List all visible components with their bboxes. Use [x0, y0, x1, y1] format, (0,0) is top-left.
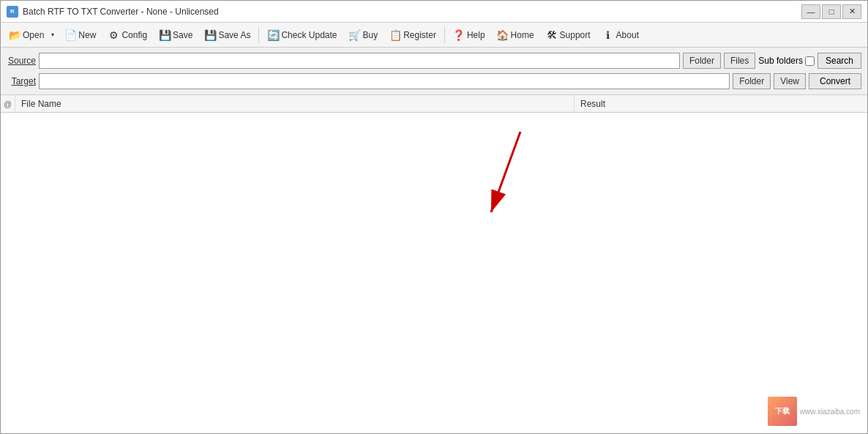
home-icon: 🏠	[497, 29, 509, 41]
open-dropdown-button[interactable]: ▾	[48, 25, 58, 45]
help-icon: ❓	[453, 29, 465, 41]
save-label: Save	[173, 30, 192, 40]
open-icon: 📂	[9, 29, 20, 41]
new-button[interactable]: 📄 New	[59, 25, 101, 45]
minimize-button[interactable]: —	[801, 4, 820, 19]
main-window: R Batch RTF TO TXT Converter - None - Un…	[0, 0, 868, 434]
form-area: Source Folder Files Sub folders Search T…	[1, 48, 867, 95]
sub-folders-label: Sub folders	[758, 56, 803, 66]
help-button[interactable]: ❓ Help	[448, 25, 490, 45]
save-icon: 💾	[159, 29, 171, 41]
separator-2	[444, 27, 445, 43]
search-button[interactable]: Search	[818, 53, 861, 69]
register-label: Register	[403, 30, 436, 40]
col-result-header: Result	[575, 95, 867, 112]
view-button[interactable]: View	[774, 73, 806, 89]
buy-label: Buy	[363, 30, 378, 40]
check-update-button[interactable]: 🔄 Check Update	[262, 25, 342, 45]
support-icon: 🛠	[546, 29, 558, 41]
support-label: Support	[560, 30, 591, 40]
source-row: Source Folder Files Sub folders Search	[7, 52, 861, 70]
watermark-text: www.xiazaiba.com	[800, 408, 860, 416]
about-label: About	[616, 30, 639, 40]
title-bar-controls: — □ ✕	[801, 4, 861, 19]
register-icon: 📋	[389, 29, 401, 41]
save-button[interactable]: 💾 Save	[154, 25, 198, 45]
new-icon: 📄	[64, 29, 76, 41]
help-label: Help	[467, 30, 485, 40]
about-icon: ℹ	[602, 29, 614, 41]
buy-icon: 🛒	[349, 29, 361, 41]
watermark: 下载 www.xiazaiba.com	[768, 397, 860, 426]
subfolder-check-group: Sub folders	[758, 56, 815, 66]
source-files-button[interactable]: Files	[724, 53, 755, 69]
config-icon: ⚙	[108, 29, 119, 41]
toolbar: 📂 Open ▾ 📄 New ⚙ Config 💾 Save 💾 Save As…	[1, 23, 867, 48]
title-bar-left: R Batch RTF TO TXT Converter - None - Un…	[7, 6, 219, 18]
about-button[interactable]: ℹ About	[597, 25, 644, 45]
convert-button[interactable]: Convert	[809, 73, 861, 89]
save-as-button[interactable]: 💾 Save As	[199, 25, 255, 45]
new-label: New	[78, 30, 96, 40]
title-bar: R Batch RTF TO TXT Converter - None - Un…	[1, 1, 867, 23]
buy-button[interactable]: 🛒 Buy	[344, 25, 384, 45]
home-label: Home	[511, 30, 534, 40]
file-list-area: @ File Name Result 下载 www.xiazaiba.com	[1, 95, 867, 433]
save-as-icon: 💾	[204, 29, 216, 41]
target-input[interactable]	[39, 73, 730, 89]
config-button[interactable]: ⚙ Config	[102, 25, 152, 45]
source-input[interactable]	[39, 53, 680, 69]
watermark-logo: 下载	[768, 397, 797, 426]
check-update-icon: 🔄	[267, 29, 279, 41]
check-update-label: Check Update	[281, 30, 337, 40]
maximize-button[interactable]: □	[822, 4, 841, 19]
open-label: Open	[23, 30, 44, 40]
support-button[interactable]: 🛠 Support	[541, 25, 596, 45]
open-button-group: 📂 Open ▾	[4, 25, 58, 45]
open-button[interactable]: 📂 Open	[4, 25, 48, 45]
file-list-header: @ File Name Result	[1, 95, 867, 113]
source-label[interactable]: Source	[7, 56, 36, 66]
register-button[interactable]: 📋 Register	[384, 25, 441, 45]
app-icon: R	[7, 6, 18, 18]
close-button[interactable]: ✕	[842, 4, 861, 19]
target-folder-button[interactable]: Folder	[733, 73, 771, 89]
file-list-body	[1, 113, 867, 433]
window-title: Batch RTF TO TXT Converter - None - Unli…	[23, 7, 219, 17]
source-folder-button[interactable]: Folder	[683, 53, 721, 69]
col-icon-header: @	[1, 95, 15, 112]
target-label[interactable]: Target	[7, 76, 36, 86]
config-label: Config	[121, 30, 147, 40]
col-filename-header: File Name	[15, 95, 575, 112]
separator-1	[258, 27, 259, 43]
target-row: Target Folder View Convert	[7, 72, 861, 90]
save-as-label: Save As	[218, 30, 250, 40]
sub-folders-checkbox[interactable]	[805, 56, 815, 66]
home-button[interactable]: 🏠 Home	[492, 25, 539, 45]
